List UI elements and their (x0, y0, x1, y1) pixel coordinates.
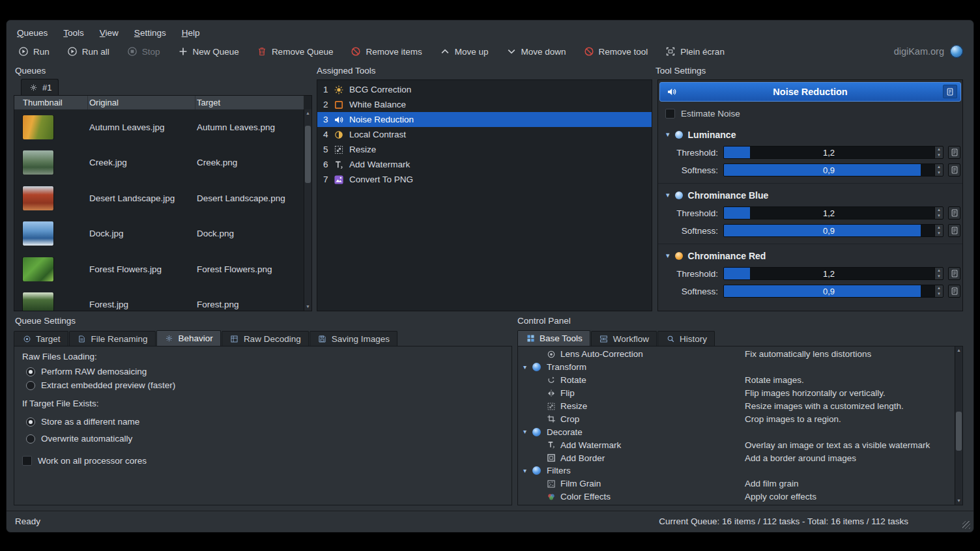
toolbar-remove-items-button[interactable]: Remove items (351, 46, 422, 57)
queue-settings-tab-saving-images[interactable]: Saving Images (310, 331, 397, 346)
toolbar-move-up-button[interactable]: Move up (440, 46, 489, 57)
spin-up-icon[interactable]: ▲ (935, 164, 943, 170)
control-panel-tab-history[interactable]: History (657, 331, 715, 346)
tree-item-flip[interactable]: Flip Flip images horizontally or vertica… (518, 387, 954, 400)
queue-settings-tab-raw-decoding[interactable]: Raw Decoding (222, 331, 309, 346)
column-header-original[interactable]: Original (88, 96, 195, 109)
assigned-tool-bcg-correction[interactable]: 1 BCG Correction (317, 82, 652, 97)
estimate-noise-checkbox[interactable] (665, 109, 675, 119)
softness-spinbox[interactable]: 0,9 ▲▼ (723, 224, 944, 237)
threshold-spinbox[interactable]: 1,2 ▲▼ (723, 267, 944, 280)
menu-tools[interactable]: Tools (63, 28, 84, 38)
collapse-chevron-icon[interactable]: ▾ (666, 131, 670, 138)
queue-settings-tab-file-renaming[interactable]: File Renaming (69, 331, 156, 346)
queue-settings-tab-target[interactable]: Target (14, 331, 68, 346)
assigned-tool-noise-reduction[interactable]: 3 Noise Reduction (317, 112, 652, 127)
expander-chevron-icon[interactable]: ▾ (523, 364, 532, 371)
queue-scroll-thumb[interactable] (305, 126, 311, 183)
spin-down-icon[interactable]: ▼ (935, 170, 943, 176)
scroll-up-icon[interactable]: ▲ (304, 109, 311, 117)
threshold-spinbox[interactable]: 1,2 ▲▼ (723, 146, 944, 159)
section-header-luminance[interactable]: ▾ Luminance (658, 127, 962, 142)
queue-row-autumn-leaves-jpg[interactable]: Autumn Leaves.jpg Autumn Leaves.png (14, 109, 304, 145)
control-panel-tab-base-tools[interactable]: Base Tools (517, 330, 590, 346)
toolbar-stop-button[interactable]: Stop (127, 46, 160, 57)
default-value-button[interactable] (948, 146, 960, 159)
toolbar-remove-queue-button[interactable]: Remove Queue (257, 46, 334, 57)
toolbar-move-down-button[interactable]: Move down (506, 46, 566, 57)
assigned-tool-white-balance[interactable]: 2 White Balance (317, 97, 652, 112)
control-panel-scrollbar[interactable]: ▲ ▼ (955, 346, 962, 505)
spin-down-icon[interactable]: ▼ (935, 231, 943, 236)
default-value-button[interactable] (948, 206, 960, 219)
spin-up-icon[interactable]: ▲ (935, 285, 943, 291)
queue-row-forest-jpg[interactable]: Forest.jpg Forest.png (14, 287, 304, 311)
tree-group-decorate[interactable]: ▾ Decorate (518, 425, 954, 438)
spin-down-icon[interactable]: ▼ (935, 274, 943, 279)
tree-item-resize[interactable]: Resize Resize images with a customized l… (518, 400, 954, 413)
tree-group-transform[interactable]: ▾ Transform (518, 361, 954, 374)
spin-down-icon[interactable]: ▼ (935, 213, 943, 219)
collapse-chevron-icon[interactable]: ▾ (666, 252, 670, 259)
expander-chevron-icon[interactable]: ▾ (523, 429, 532, 435)
work-on-all-cores-checkbox[interactable] (22, 456, 32, 466)
toolbar-run-button[interactable]: Run (18, 46, 50, 57)
scroll-up-icon[interactable]: ▲ (955, 346, 962, 354)
queue-scrollbar[interactable]: ▲ ▼ (304, 109, 311, 311)
tree-group-filters[interactable]: ▾ Filters (518, 464, 954, 477)
spin-down-icon[interactable]: ▼ (935, 291, 943, 297)
queue-row-creek-jpg[interactable]: Creek.jpg Creek.png (14, 145, 304, 181)
control-panel-tab-workflow[interactable]: Workflow (591, 331, 657, 346)
default-value-button[interactable] (948, 285, 960, 298)
toolbar-new-queue-button[interactable]: New Queue (178, 46, 239, 57)
tree-item-film-grain[interactable]: Film Grain Add film grain (518, 477, 954, 490)
scroll-down-icon[interactable]: ▼ (304, 303, 311, 311)
radio-overwrite-automatically[interactable]: Overwrite automatically (26, 434, 132, 444)
softness-spinbox[interactable]: 0,9 ▲▼ (723, 285, 944, 298)
toolbar-plein-cran-button[interactable]: Plein écran (665, 46, 725, 57)
menu-settings[interactable]: Settings (134, 28, 166, 38)
tree-item-rotate[interactable]: Rotate Rotate images. (518, 374, 954, 387)
default-value-button[interactable] (948, 267, 960, 280)
resize-grip[interactable] (962, 521, 970, 529)
spin-up-icon[interactable]: ▲ (935, 147, 943, 152)
default-value-button[interactable] (948, 163, 960, 177)
assigned-tool-resize[interactable]: 5 Resize (317, 142, 652, 157)
control-panel-scroll-thumb[interactable] (956, 412, 962, 451)
tool-settings-header-button[interactable] (943, 85, 957, 98)
tree-item-crop[interactable]: Crop Crop images to a region. (518, 412, 954, 425)
menu-queues[interactable]: Queues (17, 28, 48, 38)
collapse-chevron-icon[interactable]: ▾ (666, 191, 670, 199)
toolbar-remove-tool-button[interactable]: Remove tool (584, 46, 648, 57)
expander-chevron-icon[interactable]: ▾ (523, 468, 532, 474)
queue-row-dock-jpg[interactable]: Dock.jpg Dock.png (14, 216, 304, 252)
spin-up-icon[interactable]: ▲ (935, 207, 943, 213)
spin-up-icon[interactable]: ▲ (935, 225, 943, 231)
tree-item-add-watermark[interactable]: Add Watermark Overlay an image or text a… (518, 438, 954, 451)
tree-item-add-border[interactable]: Add Border Add a border around images (518, 451, 954, 464)
assigned-tool-convert-to-png[interactable]: 7 Convert To PNG (317, 172, 652, 187)
menu-help[interactable]: Help (182, 28, 200, 38)
queue-settings-tab-behavior[interactable]: Behavior (156, 330, 221, 346)
toolbar-run-all-button[interactable]: Run all (67, 46, 109, 57)
radio-extract-embedded-preview-faster[interactable]: Extract embedded preview (faster) (26, 380, 175, 390)
radio-perform-raw-demosaicing[interactable]: Perform RAW demosaicing (26, 367, 147, 376)
column-header-thumbnail[interactable]: Thumbnail (14, 96, 88, 109)
section-header-chrominance-blue[interactable]: ▾ Chrominance Blue (658, 188, 962, 203)
scroll-down-icon[interactable]: ▼ (955, 497, 962, 505)
spin-up-icon[interactable]: ▲ (935, 268, 943, 274)
tree-item-color-effects[interactable]: Color Effects Apply color effects (518, 490, 954, 503)
softness-spinbox[interactable]: 0,9 ▲▼ (723, 163, 944, 177)
radio-store-as-a-different-name[interactable]: Store as a different name (26, 417, 139, 427)
section-header-chrominance-red[interactable]: ▾ Chrominance Red (658, 248, 962, 263)
default-value-button[interactable] (948, 224, 960, 237)
assigned-tool-add-watermark[interactable]: 6 Add Watermark (317, 157, 652, 172)
column-header-target[interactable]: Target (195, 96, 304, 109)
tree-item-lens-auto-correction[interactable]: Lens Auto-Correction Fix automatically l… (518, 348, 954, 361)
threshold-spinbox[interactable]: 1,2 ▲▼ (723, 206, 944, 219)
queue-row-forest-flowers-jpg[interactable]: Forest Flowers.jpg Forest Flowers.png (14, 251, 304, 287)
queue-row-desert-landscape-jpg[interactable]: Desert Landscape.jpg Desert Landscape.pn… (14, 180, 304, 216)
menu-view[interactable]: View (100, 28, 119, 38)
queue-tab-1[interactable]: #1 (21, 79, 59, 96)
spin-down-icon[interactable]: ▼ (935, 152, 943, 158)
